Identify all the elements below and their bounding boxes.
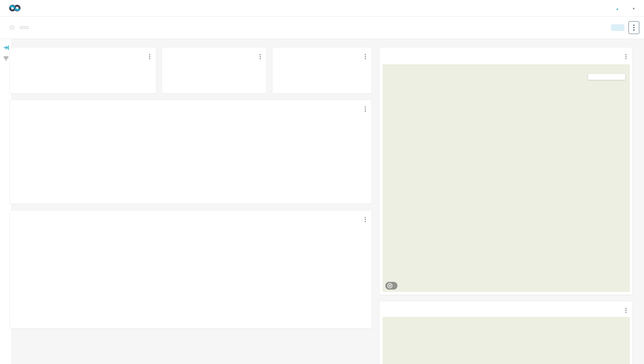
chart-options-menu[interactable] (148, 53, 152, 60)
chart-title (380, 301, 632, 307)
superset-logo[interactable] (0, 4, 33, 12)
edit-dashboard-button[interactable] (611, 24, 624, 31)
settings-menu[interactable]: ▼ (631, 5, 635, 11)
chevron-down-icon: ▼ (616, 8, 619, 11)
new-button[interactable]: ▼ (614, 4, 619, 12)
chart-options-menu[interactable] (259, 53, 262, 60)
dashboard-header: ☆ (0, 16, 644, 39)
chart-legend (322, 115, 371, 119)
map-legend (588, 74, 625, 80)
mapbox-icon (387, 283, 392, 288)
kpi-title (10, 47, 156, 53)
deviation-map[interactable] (383, 64, 630, 292)
chart-title (10, 210, 372, 217)
kpi-value (162, 53, 266, 56)
measurements-hour-card (9, 100, 372, 204)
deviation-map-card (379, 47, 633, 295)
superset-infinity-icon (9, 4, 21, 12)
kpi-card-days (272, 47, 372, 94)
kpi-card-measurements (9, 47, 156, 94)
kpi-value (10, 53, 156, 56)
favorite-star-icon[interactable]: ☆ (9, 23, 15, 32)
chart-options-menu[interactable] (364, 53, 367, 60)
chart-options-menu[interactable] (624, 53, 628, 60)
chevron-down-icon: ▼ (632, 7, 635, 10)
kpi-sparkline (16, 78, 150, 90)
chart-title (380, 47, 632, 53)
kpi-card-stations (162, 47, 267, 94)
more-actions-button[interactable] (629, 21, 639, 34)
top-nav: ▼ ▼ (0, 0, 644, 16)
hour-line-chart (10, 100, 372, 204)
status-badge (20, 26, 29, 29)
kpi-title (162, 47, 266, 53)
mapbox-logo[interactable] (385, 282, 397, 290)
chart-options-menu[interactable] (624, 307, 628, 314)
stations-map[interactable] (383, 317, 630, 364)
kpi-title (272, 47, 372, 53)
water-donut-chart (10, 218, 372, 329)
stations-map-card (379, 301, 633, 364)
kpi-value (272, 53, 372, 56)
measurements-water-card (9, 210, 372, 329)
funnel-icon (3, 56, 9, 61)
arrow-to-bar-icon (3, 45, 9, 50)
